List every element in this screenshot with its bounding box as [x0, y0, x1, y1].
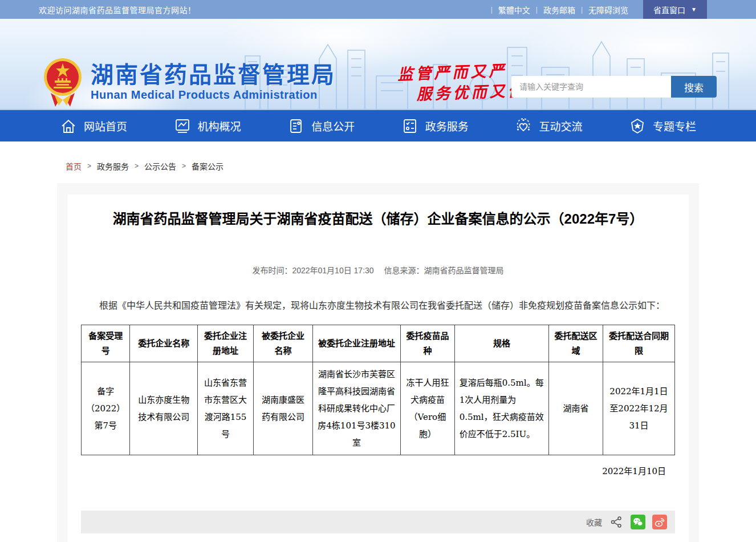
nav-item-interaction[interactable]: 互动交流	[515, 118, 582, 135]
site-title: 湖南省药品监督管理局	[91, 62, 336, 87]
cell-entrusting-address: 山东省东营市东营区大渡河路155号	[198, 362, 254, 455]
checklist-icon	[401, 118, 418, 135]
col-header-specification: 规格	[454, 325, 549, 362]
col-header-entrusting-address: 委托企业注册地址	[198, 325, 254, 362]
breadcrumb-record-publicity[interactable]: 备案公示	[192, 160, 223, 172]
nav-item-special-topics[interactable]: 专题专栏	[629, 118, 696, 135]
home-icon	[60, 118, 77, 135]
main-navigation: 网站首页 机构概况 信息公开 政务服务 互动交流 专题专栏	[0, 110, 756, 141]
publish-time-label: 发布时间：	[252, 266, 292, 275]
divider: |	[581, 6, 583, 14]
breadcrumb-separator: >	[87, 162, 91, 170]
star-badge-icon	[629, 118, 646, 135]
cell-specification: 复溶后每瓶0.5ml。每1次人用剂量为0.5ml，狂犬病疫苗效价应不低于2.5I…	[454, 362, 549, 455]
breadcrumb-services[interactable]: 政务服务	[97, 160, 129, 172]
nav-label: 机构概况	[198, 118, 241, 134]
signature-date: 2022年1月10日	[81, 464, 675, 476]
cell-delivery-region: 湖南省	[549, 362, 603, 455]
cell-record-no: 备字（2022）第7号	[82, 362, 130, 455]
article-meta: 发布时间：2022年01月10日 17:30信息来源：湖南省药品监督管理局	[81, 264, 675, 276]
nav-label: 专题专栏	[653, 118, 696, 134]
col-header-record-no: 备案受理号	[82, 325, 130, 362]
site-subtitle: Hunan Medical Products Administration	[91, 88, 336, 102]
col-header-contract-period: 委托配送合同期限	[603, 325, 674, 362]
col-header-vaccine-type: 委托疫苗品种	[401, 325, 455, 362]
nav-label: 政务服务	[425, 118, 469, 134]
table-row: 备字（2022）第7号 山东亦度生物技术有限公司 山东省东营市东营区大渡河路15…	[82, 362, 675, 455]
top-utility-bar: 欢迎访问湖南省药品监督管理局官方网站！ | 繁體中文 | 政务邮箱 | 无障碍浏…	[0, 0, 756, 19]
link-traditional-chinese[interactable]: 繁體中文	[498, 4, 530, 15]
province-window-label: 省直窗口	[653, 4, 685, 15]
cell-contract-period: 2022年1月1日至2022年12月31日	[603, 362, 674, 455]
nav-item-organization[interactable]: 机构概况	[174, 118, 241, 135]
nav-label: 互动交流	[539, 118, 582, 134]
breadcrumb-separator: >	[182, 162, 186, 170]
breadcrumb-separator: >	[135, 162, 139, 170]
topbar-links: | 繁體中文 | 政务邮箱 | 无障碍浏览	[485, 4, 628, 15]
cell-entrusted-address: 湖南省长沙市芙蓉区隆平高科技园湖南省科研成果转化中心厂房4栋101号3楼310室	[312, 362, 400, 455]
slogan-line-2: 服务优而又优	[416, 80, 526, 105]
table-header-row: 备案受理号 委托企业名称 委托企业注册地址 被委托企业名称 被委托企业注册地址 …	[82, 325, 675, 362]
slogan-calligraphy: 监管严而又严 服务优而又优	[397, 60, 526, 106]
nav-label: 网站首页	[84, 118, 127, 134]
source-label: 信息来源：	[384, 266, 424, 275]
weibo-icon[interactable]	[652, 515, 667, 529]
cell-entrusted-company: 湖南康盛医药有限公司	[253, 362, 312, 455]
wechat-icon[interactable]	[631, 515, 645, 529]
search-button[interactable]: 搜索	[671, 76, 717, 98]
divider: |	[536, 6, 538, 14]
org-chart-icon	[174, 118, 191, 135]
cell-vaccine-type: 冻干人用狂犬病疫苗（Vero细胞）	[401, 362, 455, 455]
brand-text: 湖南省药品监督管理局 Hunan Medical Products Admini…	[91, 62, 336, 102]
col-header-entrusted-company: 被委托企业名称	[253, 325, 312, 362]
national-emblem-logo	[43, 54, 83, 109]
article-paragraph: 根据《中华人民共和国疫苗管理法》有关规定，现将山东亦度生物技术有限公司在我省委托…	[81, 295, 675, 317]
site-search: 搜索	[511, 76, 717, 98]
link-accessibility[interactable]: 无障碍浏览	[588, 4, 628, 15]
breadcrumb: 首页 > 政务服务 > 公示公告 > 备案公示	[0, 141, 756, 172]
province-window-dropdown[interactable]: 省直窗口 ▼	[643, 0, 707, 19]
col-header-entrusted-address: 被委托企业注册地址	[312, 325, 400, 362]
link-gov-mailbox[interactable]: 政务邮箱	[543, 4, 575, 15]
chevron-down-icon: ▼	[691, 6, 697, 13]
breadcrumb-home[interactable]: 首页	[66, 160, 82, 172]
col-header-entrusting-company: 委托企业名称	[130, 325, 198, 362]
page-title: 湖南省药品监督管理局关于湖南省疫苗配送（储存）企业备案信息的公示（2022年7号…	[81, 209, 675, 229]
welcome-text: 欢迎访问湖南省药品监督管理局官方网站！	[39, 4, 196, 15]
site-brand[interactable]: 湖南省药品监督管理局 Hunan Medical Products Admini…	[43, 54, 336, 109]
favorite-button[interactable]: 收藏	[586, 516, 602, 528]
share-icon[interactable]	[609, 515, 624, 529]
document-icon	[287, 118, 304, 135]
content-container: 湖南省药品监督管理局关于湖南省疫苗配送（储存）企业备案信息的公示（2022年7号…	[57, 183, 699, 542]
site-header: 湖南省药品监督管理局 Hunan Medical Products Admini…	[0, 19, 756, 110]
article-card: 湖南省药品监督管理局关于湖南省疫苗配送（储存）企业备案信息的公示（2022年7号…	[67, 195, 689, 542]
nav-item-information[interactable]: 信息公开	[287, 118, 355, 135]
record-table: 备案受理号 委托企业名称 委托企业注册地址 被委托企业名称 被委托企业注册地址 …	[81, 325, 675, 455]
nav-item-home[interactable]: 网站首页	[60, 118, 127, 135]
cell-entrusting-company: 山东亦度生物技术有限公司	[130, 362, 198, 455]
search-input[interactable]	[511, 76, 671, 98]
col-header-delivery-region: 委托配送区域	[549, 325, 603, 362]
divider: |	[491, 6, 493, 14]
source-value: 湖南省药品监督管理局	[424, 266, 504, 275]
publish-time-value: 2022年01月10日 17:30	[292, 266, 373, 275]
nav-label: 信息公开	[311, 118, 355, 134]
breadcrumb-announcements[interactable]: 公示公告	[144, 160, 176, 172]
share-bar: 收藏	[81, 511, 675, 533]
topbar-right: | 繁體中文 | 政务邮箱 | 无障碍浏览 省直窗口 ▼	[485, 0, 756, 19]
heart-circle-icon	[515, 118, 532, 135]
nav-item-services[interactable]: 政务服务	[401, 118, 469, 135]
